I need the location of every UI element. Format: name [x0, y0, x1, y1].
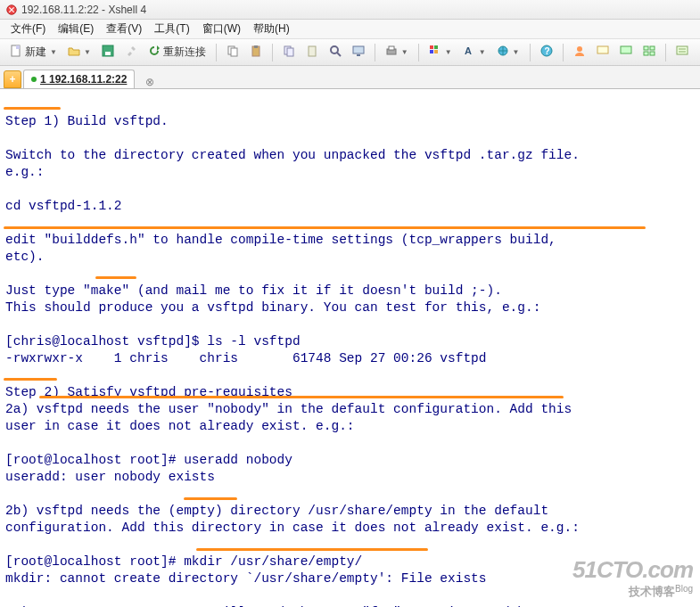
- svg-line-13: [337, 53, 341, 56]
- toolbar: 新建 ▼ ▼ 重新连接 ▼ ▼ A▼ ▼ ?: [0, 39, 700, 66]
- close-icon: ⊗: [145, 76, 154, 88]
- new-label: 新建: [25, 45, 46, 60]
- paste2-button[interactable]: [301, 42, 323, 62]
- annotation-underline: [184, 497, 237, 500]
- terminal-line: [root@localhost root]# mkdir /usr/share/…: [5, 554, 362, 569]
- svg-rect-28: [621, 46, 631, 53]
- terminal-line: Just type "make" (and mail me to fix it …: [5, 283, 502, 298]
- session-grid-icon: [643, 45, 655, 60]
- chevron-down-icon: ▼: [479, 48, 486, 56]
- plus-icon: +: [9, 73, 15, 86]
- help-button[interactable]: ?: [536, 42, 557, 62]
- annotation-underline: [4, 378, 57, 381]
- copy2-button[interactable]: [278, 42, 300, 62]
- annotation-underline: [4, 107, 61, 110]
- copy-button[interactable]: [222, 42, 243, 62]
- separator: [665, 44, 666, 62]
- tools-button[interactable]: [120, 42, 142, 62]
- svg-rect-33: [677, 46, 688, 54]
- svg-rect-10: [287, 48, 293, 56]
- screen-button[interactable]: [348, 42, 369, 62]
- palette-button[interactable]: ▼: [424, 42, 457, 62]
- font-button[interactable]: A▼: [458, 42, 490, 62]
- folder-open-icon: [68, 45, 80, 60]
- svg-rect-19: [434, 45, 438, 49]
- session2-button[interactable]: [615, 42, 637, 62]
- open-button[interactable]: ▼: [63, 42, 95, 62]
- terminal-line: [root@localhost root]# useradd nobody: [5, 453, 292, 467]
- svg-rect-32: [650, 52, 655, 55]
- svg-rect-2: [16, 45, 20, 49]
- svg-rect-20: [430, 50, 433, 53]
- menu-window[interactable]: 窗口(W): [197, 20, 246, 38]
- terminal-line: Step 1) Build vsftpd.: [5, 114, 169, 128]
- terminal-line: useradd: user nobody exists: [5, 470, 215, 484]
- paste-button[interactable]: [245, 42, 267, 62]
- font-icon: A: [463, 45, 475, 60]
- terminal-line: user in case it does not already exist. …: [5, 419, 355, 433]
- help-icon: ?: [540, 45, 553, 60]
- menu-file[interactable]: 文件(F): [5, 20, 51, 38]
- copy-icon: [283, 45, 295, 60]
- terminal-line: cd vsftpd-1.1.2: [5, 199, 122, 213]
- session-green-icon: [620, 45, 632, 60]
- terminal-line: e.g.:: [5, 165, 45, 179]
- separator: [216, 44, 217, 62]
- chevron-down-icon: ▼: [513, 48, 520, 56]
- doc-new-icon: [10, 45, 22, 60]
- board-icon: [676, 45, 688, 60]
- menu-edit[interactable]: 编辑(E): [53, 20, 99, 38]
- svg-rect-15: [357, 54, 360, 56]
- palette-icon: [429, 45, 441, 60]
- watermark-line2: 技术博客: [629, 585, 675, 598]
- terminal-line: 2a) vsftpd needs the user "nobody" in th…: [5, 402, 572, 416]
- terminal-line: configuration. Add this directory in cas…: [5, 521, 580, 535]
- user-button[interactable]: [569, 42, 590, 62]
- separator: [530, 44, 531, 62]
- menu-tool[interactable]: 工具(T): [149, 20, 194, 38]
- session3-button[interactable]: [638, 42, 660, 62]
- app-icon: [5, 4, 18, 16]
- watermark: 51CTO.com 技术博客 Blog: [572, 556, 693, 600]
- search-button[interactable]: [325, 42, 346, 62]
- watermark-line3: Blog: [675, 584, 693, 594]
- svg-rect-31: [644, 52, 648, 55]
- terminal-line: Step 2) Satisfy vsftpd pre-requisites: [5, 385, 292, 399]
- globe-button[interactable]: ▼: [492, 42, 524, 62]
- terminal-line: mkdir: cannot create directory `/usr/sha…: [5, 571, 487, 586]
- separator: [563, 44, 564, 62]
- session1-button[interactable]: [592, 42, 614, 62]
- terminal-output[interactable]: Step 1) Build vsftpd. Switch to the dire…: [0, 89, 700, 607]
- disk-icon: [102, 45, 114, 60]
- globe-icon: [497, 45, 509, 60]
- svg-rect-21: [434, 50, 438, 53]
- screen-icon: [352, 45, 365, 60]
- close-tab-button[interactable]: ⊗: [144, 76, 156, 88]
- reconnect-button[interactable]: 重新连接: [144, 42, 210, 62]
- tab-session-1[interactable]: 1 192.168.11.2:22: [23, 70, 135, 88]
- tab-label: 1 192.168.11.2:22: [40, 73, 127, 86]
- annotation-underline: [4, 226, 646, 229]
- save-button[interactable]: [97, 42, 119, 62]
- title-bar: 192.168.11.2:22 - Xshell 4: [0, 0, 700, 20]
- terminal-line: [chris@localhost vsftpd]$ ls -l vsftpd: [5, 334, 301, 349]
- svg-rect-27: [597, 46, 608, 53]
- print-button[interactable]: ▼: [381, 42, 413, 62]
- paste-icon: [250, 45, 262, 60]
- svg-point-26: [577, 46, 582, 52]
- terminal-line: etc).: [5, 250, 45, 264]
- chevron-down-icon: ▼: [445, 48, 452, 56]
- svg-rect-18: [430, 45, 433, 49]
- user-icon: [573, 45, 586, 60]
- separator: [375, 44, 375, 62]
- svg-rect-6: [231, 48, 237, 56]
- svg-point-12: [331, 46, 338, 53]
- menu-view[interactable]: 查看(V): [101, 20, 147, 38]
- menu-help[interactable]: 帮助(H): [248, 20, 295, 38]
- new-button[interactable]: 新建 ▼: [5, 42, 62, 62]
- add-tab-button[interactable]: +: [4, 70, 21, 88]
- board-button[interactable]: [671, 42, 693, 62]
- svg-rect-8: [254, 45, 258, 48]
- annotation-underline: [196, 548, 428, 551]
- separator: [418, 44, 419, 62]
